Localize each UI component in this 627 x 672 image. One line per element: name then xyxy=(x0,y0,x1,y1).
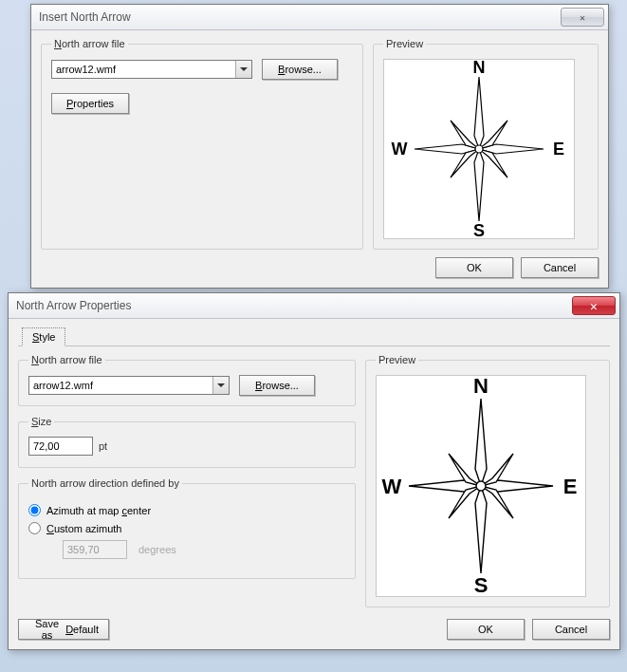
svg-marker-0 xyxy=(474,77,484,149)
cancel-button[interactable]: Cancel xyxy=(532,619,610,640)
compass-icon: N S E W xyxy=(384,60,574,238)
combo-arrow[interactable] xyxy=(212,377,229,394)
svg-marker-14 xyxy=(475,486,487,573)
svg-text:S: S xyxy=(473,221,485,238)
preview-box: N S E W xyxy=(376,375,586,597)
direction-group: North arrow direction defined by Azimuth… xyxy=(18,477,356,579)
ok-button[interactable]: OK xyxy=(435,257,513,278)
titlebar: Insert North Arrow ✕ xyxy=(31,5,608,30)
size-group: Size pt xyxy=(18,416,356,468)
radio-custom-azimuth[interactable] xyxy=(28,522,41,534)
preview-legend: Preview xyxy=(376,354,418,365)
svg-text:S: S xyxy=(474,573,489,596)
svg-text:W: W xyxy=(392,140,408,159)
north-arrow-file-combo[interactable] xyxy=(51,60,252,79)
close-button[interactable]: ✕ xyxy=(561,8,604,27)
chevron-down-icon xyxy=(240,67,248,71)
north-arrow-file-group: North arrow file Browse... xyxy=(18,354,356,406)
svg-marker-13 xyxy=(475,399,487,486)
cancel-button[interactable]: Cancel xyxy=(521,257,599,278)
close-button[interactable]: ✕ xyxy=(572,296,616,315)
insert-north-arrow-dialog: Insert North Arrow ✕ North arrow file Br… xyxy=(30,4,609,289)
browse-button[interactable]: Browse... xyxy=(262,59,338,80)
svg-point-21 xyxy=(476,481,486,491)
compass-icon: N S E W xyxy=(377,376,585,596)
north-arrow-file-combo[interactable] xyxy=(28,376,230,395)
svg-text:E: E xyxy=(563,475,578,498)
tab-style[interactable]: Style xyxy=(22,327,65,346)
north-arrow-properties-dialog: North Arrow Properties ✕ Style North arr… xyxy=(8,292,620,650)
group-legend: North arrow direction defined by xyxy=(28,477,182,489)
preview-legend: Preview xyxy=(383,38,426,49)
preview-box: N S E W xyxy=(383,59,575,239)
dialog-title: North Arrow Properties xyxy=(16,299,131,312)
svg-marker-1 xyxy=(474,149,484,221)
dialog-title: Insert North Arrow xyxy=(39,10,131,24)
properties-button[interactable]: Properties xyxy=(51,93,129,114)
custom-azimuth-unit: degrees xyxy=(138,544,176,555)
browse-button[interactable]: Browse... xyxy=(239,375,315,396)
ok-button[interactable]: OK xyxy=(447,619,525,640)
north-arrow-file-group: North arrow file Browse... Properties xyxy=(41,38,363,250)
titlebar: North Arrow Properties ✕ xyxy=(9,293,619,319)
north-arrow-file-input[interactable] xyxy=(29,377,212,394)
radio-azimuth-center-label: Azimuth at map center xyxy=(46,505,151,516)
preview-group: Preview xyxy=(365,354,610,607)
combo-arrow[interactable] xyxy=(235,61,251,78)
group-legend: North arrow file xyxy=(51,38,128,49)
group-legend: North arrow file xyxy=(28,354,105,365)
north-arrow-file-input[interactable] xyxy=(52,61,235,78)
svg-text:N: N xyxy=(473,376,489,398)
chevron-down-icon xyxy=(217,383,225,387)
svg-text:E: E xyxy=(553,140,564,159)
radio-azimuth-center[interactable] xyxy=(28,504,41,516)
radio-custom-azimuth-label: Custom azimuth xyxy=(46,523,121,534)
group-legend: Size xyxy=(28,416,54,427)
save-as-default-button[interactable]: Save as Default xyxy=(18,619,109,640)
size-input[interactable] xyxy=(28,437,93,456)
preview-group: Preview xyxy=(373,38,599,250)
svg-point-8 xyxy=(475,145,483,153)
custom-azimuth-input xyxy=(63,540,127,559)
size-unit: pt xyxy=(99,440,107,452)
svg-text:W: W xyxy=(382,475,402,498)
svg-text:N: N xyxy=(473,60,486,77)
